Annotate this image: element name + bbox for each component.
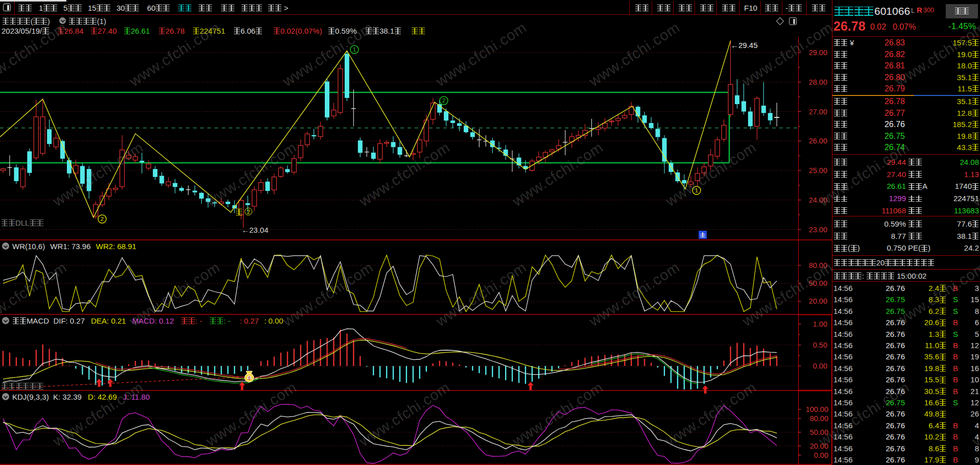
svg-text:29.00: 29.00 (809, 48, 827, 57)
svg-text:$: $ (248, 376, 250, 381)
svg-text:80.00: 80.00 (809, 261, 827, 270)
svg-text:2: 2 (101, 216, 104, 222)
svg-text:26.00: 26.00 (809, 137, 827, 145)
svg-text:0.50: 0.50 (813, 341, 827, 349)
svg-text:1.00: 1.00 (813, 320, 827, 328)
svg-text:20.00: 20.00 (809, 297, 827, 305)
svg-text:25.00: 25.00 (809, 166, 827, 175)
svg-text:80.00: 80.00 (810, 414, 828, 423)
svg-text:0.00: 0.00 (813, 362, 827, 370)
svg-text:0.00: 0.00 (814, 451, 828, 459)
svg-text:50.00: 50.00 (810, 428, 828, 436)
svg-text:←23.04: ←23.04 (242, 226, 269, 234)
svg-text:50.00: 50.00 (809, 279, 827, 287)
svg-text:27.00: 27.00 (809, 108, 827, 116)
svg-text:←29.45: ←29.45 (731, 41, 758, 50)
svg-text:23.00: 23.00 (809, 226, 827, 234)
svg-text:100.00: 100.00 (806, 405, 828, 413)
svg-text:28.00: 28.00 (809, 78, 827, 86)
svg-text:1: 1 (353, 46, 356, 53)
svg-text:20.00: 20.00 (810, 442, 828, 450)
svg-text:24.00: 24.00 (809, 196, 827, 204)
svg-text:1: 1 (695, 187, 698, 193)
svg-text:2: 2 (442, 97, 445, 104)
